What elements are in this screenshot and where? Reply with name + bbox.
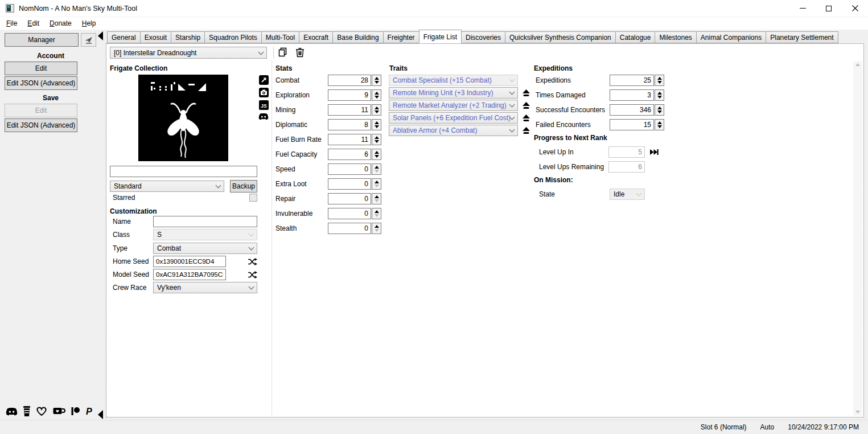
column-splitter[interactable] xyxy=(271,60,272,415)
expedition-input[interactable] xyxy=(610,75,654,86)
save-edit-json-button[interactable]: Edit JSON (Advanced) xyxy=(5,118,77,132)
account-edit-button[interactable]: Edit xyxy=(5,62,77,75)
backup-button[interactable]: Backup xyxy=(230,180,257,193)
spin-up-icon[interactable] xyxy=(375,92,379,95)
discord-share-button[interactable] xyxy=(258,113,269,120)
scroll-up-icon[interactable] xyxy=(855,63,860,66)
variant-select[interactable]: Standard xyxy=(110,181,224,192)
menu-help[interactable]: Help xyxy=(77,18,101,28)
spin-up-icon[interactable] xyxy=(375,195,379,198)
expedition-input[interactable] xyxy=(610,89,654,101)
expedition-input[interactable] xyxy=(610,104,654,116)
menu-file[interactable]: File xyxy=(1,18,22,28)
stat-spinner[interactable] xyxy=(372,104,381,116)
stat-spinner[interactable] xyxy=(372,89,381,101)
spin-up-icon[interactable] xyxy=(657,121,662,124)
spin-up-icon[interactable] xyxy=(657,77,662,80)
copy-frigate-button[interactable] xyxy=(278,47,288,58)
stat-input[interactable] xyxy=(328,134,371,145)
stat-spinner[interactable] xyxy=(372,119,381,130)
spin-up-icon[interactable] xyxy=(375,121,379,124)
stat-input[interactable] xyxy=(328,75,371,86)
spin-down-icon[interactable] xyxy=(375,199,379,202)
spin-up-icon[interactable] xyxy=(375,181,379,183)
tab-catalogue[interactable]: Catalogue xyxy=(615,31,656,43)
tab-animal-companions[interactable]: Animal Companions xyxy=(696,31,766,43)
stat-spinner[interactable] xyxy=(372,75,381,86)
randomize-model-seed-button[interactable] xyxy=(248,271,257,279)
collapse-sidebar-arrow-bottom[interactable] xyxy=(98,410,103,419)
spin-up-icon[interactable] xyxy=(375,210,379,213)
spin-down-icon[interactable] xyxy=(657,96,662,99)
open-external-button[interactable] xyxy=(258,75,269,85)
manager-button[interactable]: Manager xyxy=(5,33,79,47)
spin-down-icon[interactable] xyxy=(375,110,379,113)
spin-down-icon[interactable] xyxy=(375,96,379,99)
home-seed-input[interactable] xyxy=(153,256,226,267)
stat-input[interactable] xyxy=(328,104,371,116)
spin-up-icon[interactable] xyxy=(375,225,379,228)
remove-trait-button[interactable] xyxy=(521,114,532,122)
vertical-scrollbar[interactable] xyxy=(853,61,862,416)
tab-multi-tool[interactable]: Multi-Tool xyxy=(261,31,299,43)
spin-down-icon[interactable] xyxy=(375,125,379,128)
sponsor-heart-icon[interactable] xyxy=(36,406,47,416)
spin-down-icon[interactable] xyxy=(375,170,379,173)
tab-milestones[interactable]: Milestones xyxy=(655,31,696,43)
stat-input[interactable] xyxy=(328,223,371,234)
model-seed-input[interactable] xyxy=(153,269,226,280)
crew-race-select[interactable]: Vy'keen xyxy=(153,282,257,293)
expedition-spinner[interactable] xyxy=(655,75,664,86)
stat-spinner[interactable] xyxy=(372,208,381,219)
menu-donate[interactable]: Donate xyxy=(44,18,77,28)
remove-trait-button[interactable] xyxy=(521,101,532,109)
expedition-spinner[interactable] xyxy=(655,89,664,101)
spin-down-icon[interactable] xyxy=(657,110,662,113)
scroll-down-icon[interactable] xyxy=(855,411,860,413)
collection-filter-input[interactable] xyxy=(110,166,257,177)
tab-planetary-settlement[interactable]: Planetary Settlement xyxy=(766,31,838,43)
screenshot-button[interactable] xyxy=(258,88,269,97)
name-input[interactable] xyxy=(153,216,257,227)
spin-down-icon[interactable] xyxy=(375,185,379,187)
stat-input[interactable] xyxy=(328,119,371,130)
stat-spinner[interactable] xyxy=(372,178,381,190)
stat-spinner[interactable] xyxy=(372,163,381,175)
spin-up-icon[interactable] xyxy=(375,136,379,139)
expedition-spinner[interactable] xyxy=(655,119,664,130)
menu-edit[interactable]: Edit xyxy=(22,18,44,28)
spin-up-icon[interactable] xyxy=(657,107,662,109)
expedition-spinner[interactable] xyxy=(655,104,664,116)
type-select[interactable]: Combat xyxy=(153,243,257,254)
tab-squadron-pilots[interactable]: Squadron Pilots xyxy=(204,31,262,43)
stat-input[interactable] xyxy=(328,149,371,160)
stat-spinner[interactable] xyxy=(372,223,381,234)
spin-down-icon[interactable] xyxy=(375,214,379,217)
stat-spinner[interactable] xyxy=(372,134,381,145)
patreon-icon[interactable] xyxy=(71,407,80,416)
paypal-icon[interactable]: P xyxy=(85,407,93,416)
expedition-input[interactable] xyxy=(610,119,654,130)
buy-me-a-coffee-icon[interactable] xyxy=(23,406,31,417)
stat-input[interactable] xyxy=(328,208,371,219)
tab-starship[interactable]: Starship xyxy=(171,31,205,43)
spin-up-icon[interactable] xyxy=(375,77,379,80)
account-edit-json-button[interactable]: Edit JSON (Advanced) xyxy=(5,76,77,90)
spin-down-icon[interactable] xyxy=(657,81,662,84)
spin-down-icon[interactable] xyxy=(657,125,662,128)
spin-up-icon[interactable] xyxy=(375,107,379,109)
randomize-home-seed-button[interactable] xyxy=(248,257,257,266)
stat-spinner[interactable] xyxy=(372,193,381,204)
tab-frigate-list[interactable]: Frigate List xyxy=(419,30,462,43)
trait-select[interactable]: Ablative Armor (+4 Combat) xyxy=(389,125,518,136)
stat-input[interactable] xyxy=(328,178,371,190)
trait-select[interactable]: Remote Mining Unit (+3 Industry) xyxy=(389,87,518,99)
discord-icon[interactable] xyxy=(6,407,18,416)
tab-freighter[interactable]: Freighter xyxy=(383,31,419,43)
spin-up-icon[interactable] xyxy=(375,166,379,169)
stat-spinner[interactable] xyxy=(372,149,381,160)
minimize-button[interactable] xyxy=(789,0,816,17)
spin-down-icon[interactable] xyxy=(375,81,379,84)
maximize-button[interactable] xyxy=(816,0,842,17)
tab-exocraft[interactable]: Exocraft xyxy=(299,31,333,43)
